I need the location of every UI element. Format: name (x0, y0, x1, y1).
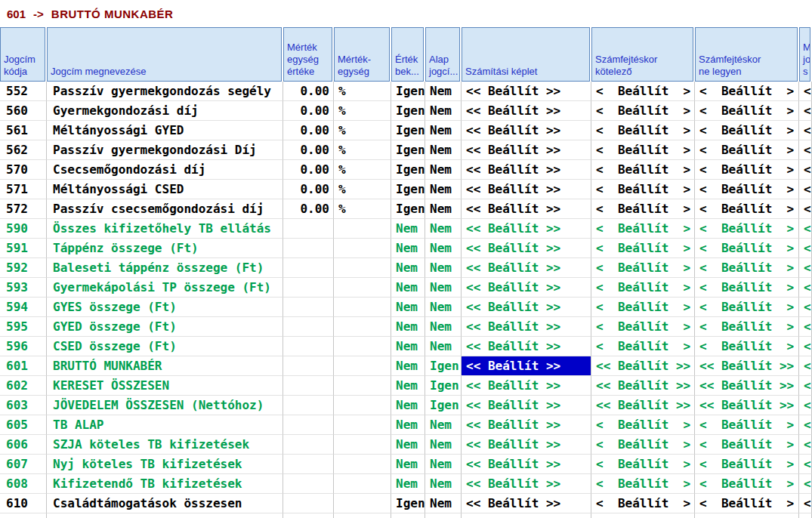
cell-mertekegyseg[interactable] (334, 278, 391, 298)
szamfejteskor-kotelezo-beallit-button[interactable]: < Beállít > (591, 239, 695, 258)
cell-jogcim-megnevezes[interactable]: Baleseti táppénz összege (Ft) (47, 258, 283, 278)
cell-ertek-bekeres[interactable]: Nem (391, 298, 425, 317)
cell-cutoff-column[interactable]: < (799, 160, 812, 180)
cell-ertek-bekeres[interactable]: Igen (391, 494, 425, 513)
cell-cutoff-column[interactable]: < (799, 219, 812, 239)
cell-ertek-bekeres[interactable]: Nem (391, 258, 425, 278)
cell-jogcim-megnevezes[interactable] (47, 513, 283, 518)
cell-ertek-bekeres[interactable]: Nem (391, 455, 425, 474)
szamfejteskor-ne-legyen-beallit-button[interactable]: < Beállít > (695, 121, 799, 140)
cell-alap-jogcim[interactable]: Nem (425, 199, 462, 219)
cell-alap-jogcim[interactable]: Nem (425, 337, 462, 356)
szamfejteskor-kotelezo-beallit-button[interactable]: << Beállít >> (591, 376, 695, 396)
cell-mertek-egyseg-erteke[interactable]: 0.00 (283, 199, 334, 219)
szamfejteskor-kotelezo-beallit-button[interactable]: < Beállít > (591, 160, 695, 180)
cell-ertek-bekeres[interactable]: Nem (391, 415, 425, 435)
cell-ertek-bekeres[interactable]: Nem (391, 337, 425, 356)
cell-ertek-bekeres[interactable]: Nem (391, 435, 425, 455)
szamfejteskor-kotelezo-beallit-button[interactable]: < Beállít > (591, 435, 695, 455)
szamitasi-keplet-beallit-button[interactable]: << Beállít >> (462, 298, 591, 317)
cell-ertek-bekeres[interactable]: Igen (391, 101, 425, 121)
szamfejteskor-kotelezo-beallit-button[interactable]: < Beállít > (591, 82, 695, 101)
cell-jogcim-megnevezes[interactable]: GYES összege (Ft) (47, 298, 283, 317)
cell-mertek-egyseg-erteke[interactable] (283, 513, 334, 518)
szamfejteskor-kotelezo-beallit-button[interactable]: < Beállít > (591, 474, 695, 494)
szamfejteskor-ne-legyen-beallit-button[interactable]: < Beállít > (695, 435, 799, 455)
cell-cutoff-column[interactable]: < (799, 180, 812, 199)
szamitasi-keplet-beallit-button[interactable]: << Beállít >> (462, 337, 591, 356)
szamfejteskor-ne-legyen-beallit-button[interactable]: < Beállít > (695, 82, 799, 101)
szamfejteskor-ne-legyen-beallit-button[interactable]: << Beállít >> (695, 376, 799, 396)
szamfejteskor-ne-legyen-beallit-button[interactable]: < Beállít > (695, 415, 799, 435)
cell-jogcim-megnevezes[interactable]: BRUTTÓ MUNKABÉR (47, 356, 283, 376)
cell-mertek-egyseg-erteke[interactable] (283, 356, 334, 376)
cell-jogcim-megnevezes[interactable]: Csecsemőgondozási díj (47, 160, 283, 180)
cell-alap-jogcim[interactable]: Nem (425, 140, 462, 160)
szamitasi-keplet-beallit-button[interactable]: << Beállít >> (462, 278, 591, 298)
cell-jogcim-kod[interactable]: 606 (0, 435, 47, 455)
cell-jogcim-kod[interactable]: 592 (0, 258, 47, 278)
cell-mertekegyseg[interactable] (334, 356, 391, 376)
cell-jogcim-megnevezes[interactable]: Méltányossági CSED (47, 180, 283, 199)
cell-cutoff-column[interactable]: < (799, 474, 812, 494)
cell-mertekegyseg[interactable]: % (334, 199, 391, 219)
szamitasi-keplet-beallit-button[interactable]: << Beállít >> (462, 494, 591, 513)
cell-cutoff-column[interactable] (799, 513, 812, 518)
cell-alap-jogcim[interactable]: Nem (425, 298, 462, 317)
cell-jogcim-kod[interactable]: 607 (0, 455, 47, 474)
szamfejteskor-ne-legyen-beallit-button[interactable]: < Beállít > (695, 140, 799, 160)
cell-cutoff-column[interactable]: < (799, 317, 812, 337)
szamfejteskor-ne-legyen-beallit-button[interactable]: < Beállít > (695, 317, 799, 337)
cell-alap-jogcim[interactable]: Nem (425, 494, 462, 513)
cell-mertekegyseg[interactable] (334, 376, 391, 396)
cell-ertek-bekeres[interactable]: Nem (391, 278, 425, 298)
szamfejteskor-ne-legyen-beallit-button[interactable]: < Beállít > (695, 474, 799, 494)
cell-alap-jogcim[interactable]: Nem (425, 219, 462, 239)
szamfejteskor-kotelezo-beallit-button[interactable]: < Beállít > (591, 199, 695, 219)
cell-jogcim-kod[interactable]: 560 (0, 101, 47, 121)
cell-jogcim-megnevezes[interactable]: Táppénz összege (Ft) (47, 239, 283, 258)
cell-mertekegyseg[interactable] (334, 415, 391, 435)
cell-mertek-egyseg-erteke[interactable]: 0.00 (283, 101, 334, 121)
cell-jogcim-megnevezes[interactable]: Nyj köteles TB kifizetések (47, 455, 283, 474)
cell-mertekegyseg[interactable] (334, 435, 391, 455)
cell-cutoff-column[interactable]: < (799, 278, 812, 298)
cell-mertek-egyseg-erteke[interactable]: 0.00 (283, 82, 334, 101)
cell-jogcim-megnevezes[interactable]: GYED összege (Ft) (47, 317, 283, 337)
cell-jogcim-megnevezes[interactable]: KERESET ÖSSZESEN (47, 376, 283, 396)
szamfejteskor-kotelezo-beallit-button[interactable] (591, 513, 695, 518)
szamfejteskor-ne-legyen-beallit-button[interactable]: < Beállít > (695, 455, 799, 474)
cell-mertekegyseg[interactable]: % (334, 180, 391, 199)
cell-mertekegyseg[interactable]: % (334, 121, 391, 140)
cell-alap-jogcim[interactable]: Nem (425, 278, 462, 298)
cell-jogcim-kod[interactable] (0, 513, 47, 518)
cell-mertek-egyseg-erteke[interactable] (283, 474, 334, 494)
cell-alap-jogcim[interactable]: Nem (425, 239, 462, 258)
cell-ertek-bekeres[interactable]: Nem (391, 239, 425, 258)
cell-ertek-bekeres[interactable]: Igen (391, 140, 425, 160)
szamfejteskor-ne-legyen-beallit-button[interactable]: < Beállít > (695, 298, 799, 317)
szamitasi-keplet-beallit-button[interactable]: << Beállít >> (462, 239, 591, 258)
cell-mertekegyseg[interactable] (334, 239, 391, 258)
cell-alap-jogcim[interactable]: Nem (425, 415, 462, 435)
cell-ertek-bekeres[interactable]: Nem (391, 356, 425, 376)
cell-cutoff-column[interactable]: < (799, 337, 812, 356)
cell-mertekegyseg[interactable] (334, 219, 391, 239)
cell-jogcim-megnevezes[interactable]: Gyermekápolási TP összege (Ft) (47, 278, 283, 298)
szamfejteskor-kotelezo-beallit-button[interactable]: < Beállít > (591, 140, 695, 160)
cell-cutoff-column[interactable]: < (799, 435, 812, 455)
szamfejteskor-kotelezo-beallit-button[interactable]: < Beállít > (591, 455, 695, 474)
cell-mertek-egyseg-erteke[interactable]: 0.00 (283, 160, 334, 180)
cell-alap-jogcim[interactable]: Nem (425, 121, 462, 140)
cell-mertekegyseg[interactable]: % (334, 140, 391, 160)
cell-mertek-egyseg-erteke[interactable] (283, 278, 334, 298)
szamfejteskor-kotelezo-beallit-button[interactable]: < Beállít > (591, 415, 695, 435)
cell-cutoff-column[interactable]: < (799, 121, 812, 140)
cell-mertek-egyseg-erteke[interactable] (283, 455, 334, 474)
cell-jogcim-kod[interactable]: 605 (0, 415, 47, 435)
szamfejteskor-ne-legyen-beallit-button[interactable] (695, 513, 799, 518)
szamfejteskor-kotelezo-beallit-button[interactable]: < Beállít > (591, 121, 695, 140)
cell-jogcim-kod[interactable]: 591 (0, 239, 47, 258)
szamfejteskor-kotelezo-beallit-button[interactable]: < Beállít > (591, 317, 695, 337)
szamitasi-keplet-beallit-button[interactable]: << Beállít >> (462, 219, 591, 239)
